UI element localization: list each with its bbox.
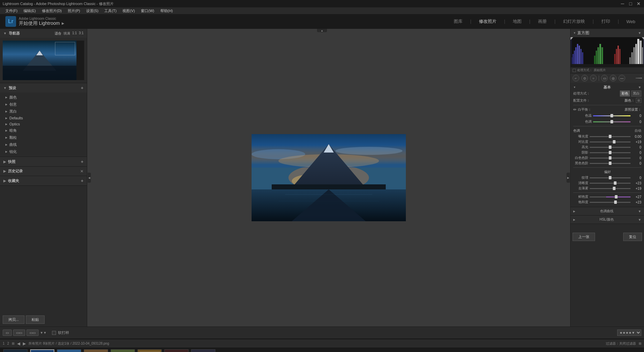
menu-view[interactable]: 视图(V): [120, 8, 138, 14]
view-before-after-2[interactable]: ▭▭: [26, 330, 39, 336]
preset-group-creative[interactable]: ▶ 创意: [0, 101, 87, 108]
page-2-btn[interactable]: 2: [7, 342, 9, 345]
top-panel-toggle[interactable]: ▲: [317, 29, 327, 32]
paste-button[interactable]: 粘贴: [26, 315, 45, 324]
menu-photo[interactable]: 照片(P): [65, 8, 83, 14]
module-library[interactable]: 图库: [450, 17, 466, 26]
redeye-tool[interactable]: ○: [590, 75, 597, 81]
film-thumb-5[interactable]: [111, 349, 135, 352]
preset-group-curves[interactable]: ▶ 曲线: [0, 141, 87, 148]
copy-button[interactable]: 拷贝...: [3, 315, 24, 324]
preset-group-bw[interactable]: ▶ 黑白: [0, 108, 87, 115]
zoom-fit[interactable]: 适合: [55, 31, 61, 36]
grad-filter-tool[interactable]: ▭: [601, 75, 608, 81]
crop-tool[interactable]: ⌐: [573, 75, 579, 81]
profile-browse[interactable]: ⊞: [636, 98, 641, 103]
film-thumb-1[interactable]: W: [3, 349, 28, 352]
presets-add-btn[interactable]: +: [81, 85, 84, 91]
preset-group-color[interactable]: ▶ 颜色: [0, 94, 87, 101]
navigator-header[interactable]: ▼ 导航器 适合 填满 1:1 3:1: [0, 29, 87, 38]
view-before-after-1[interactable]: ▭▭: [13, 330, 25, 336]
module-map[interactable]: 地图: [509, 17, 525, 26]
grid-view-btn[interactable]: ⊞: [12, 342, 14, 345]
temp-slider[interactable]: [593, 115, 631, 116]
right-panel-toggle[interactable]: ▶: [567, 173, 570, 183]
menu-tools[interactable]: 工具(T): [102, 8, 119, 14]
menu-file[interactable]: 文件(F): [3, 8, 20, 14]
film-thumb-3[interactable]: [57, 349, 81, 352]
film-thumb-4[interactable]: [84, 349, 108, 352]
svg-marker-1: [36, 51, 43, 55]
filmstrip-nav-right[interactable]: ▶: [23, 341, 26, 346]
wb-eyedropper[interactable]: ✏: [573, 107, 577, 112]
presets-header[interactable]: ▼ 预设 +: [0, 83, 87, 93]
shadows-slider[interactable]: [590, 152, 631, 153]
preset-group-optics[interactable]: ▶ Optics: [0, 121, 87, 127]
collections-add-btn[interactable]: +: [81, 178, 84, 183]
history-header[interactable]: ▶ 历史记录 ✕: [0, 167, 87, 176]
svg-rect-32: [601, 47, 603, 64]
highlights-slider[interactable]: [590, 147, 631, 148]
preset-group-grain[interactable]: ▶ 颗粒: [0, 134, 87, 141]
treatment-bw[interactable]: 黑白: [631, 91, 641, 97]
module-print[interactable]: 打印: [598, 17, 613, 26]
tint-slider[interactable]: [593, 121, 631, 122]
module-book[interactable]: 画册: [535, 17, 550, 26]
history-clear-btn[interactable]: ✕: [80, 169, 84, 174]
module-web[interactable]: Web: [623, 18, 639, 25]
film-thumb-8[interactable]: [191, 349, 215, 352]
menu-settings[interactable]: 设置(S): [84, 8, 101, 14]
menu-edit[interactable]: 编辑(E): [21, 8, 39, 14]
color-grading-section[interactable]: ▶ 色调曲线 ▼: [571, 207, 644, 216]
filter-toggle[interactable]: ⊞: [639, 342, 641, 345]
module-develop[interactable]: 修改照片: [476, 17, 500, 26]
prev-reset-area: 上一张 复位: [571, 231, 644, 243]
rating-select[interactable]: ★★★★▼: [617, 330, 641, 336]
snapshots-add-btn[interactable]: +: [81, 159, 84, 164]
texture-slider[interactable]: [590, 177, 631, 178]
saturation-slider[interactable]: [590, 202, 631, 203]
menu-develop[interactable]: 修改照片(D): [39, 8, 64, 14]
menu-help[interactable]: 帮助(H): [158, 8, 175, 14]
reset-button[interactable]: 复位: [623, 233, 642, 241]
snapshots-header[interactable]: ▶ 快照 +: [0, 157, 87, 166]
module-slideshow[interactable]: 幻灯片放映: [560, 17, 588, 26]
zoom-fill[interactable]: 填满: [63, 31, 70, 36]
zoom-1to1[interactable]: 1:1: [72, 31, 77, 36]
heal-tool[interactable]: ⊙: [581, 75, 588, 81]
preset-group-defaults[interactable]: ▶ Defaults: [0, 115, 87, 121]
menu-window[interactable]: 窗口(W): [138, 8, 157, 14]
histogram-header[interactable]: ▼ 直方图 ▼: [571, 29, 644, 37]
minimize-button[interactable]: ─: [620, 1, 625, 6]
rad-filter-tool[interactable]: ◎: [610, 75, 616, 81]
contrast-slider[interactable]: [590, 141, 631, 142]
film-thumb-7[interactable]: [164, 349, 189, 352]
auto-tone-btn[interactable]: 自动: [635, 128, 641, 133]
exposure-slider[interactable]: [590, 136, 631, 137]
maximize-button[interactable]: □: [628, 1, 633, 6]
treatment-color[interactable]: 彩色: [620, 91, 630, 97]
close-button[interactable]: ✕: [636, 1, 641, 6]
view-options[interactable]: ▼▼: [40, 331, 47, 335]
film-thumb-6[interactable]: [138, 349, 162, 352]
preset-group-sharpening[interactable]: ▶ 锐化: [0, 148, 87, 155]
blacks-slider[interactable]: [590, 163, 631, 164]
view-loupe[interactable]: ▭: [3, 330, 12, 336]
dehaze-slider[interactable]: [590, 188, 631, 189]
collections-header[interactable]: ▶ 收藏夹 +: [0, 176, 87, 185]
softproof-checkbox[interactable]: [52, 331, 56, 335]
page-1-btn[interactable]: 1: [3, 342, 5, 345]
film-thumb-2[interactable]: [30, 349, 54, 352]
prev-button[interactable]: 上一张: [573, 233, 595, 241]
whites-slider[interactable]: [590, 158, 631, 159]
zoom-3to1[interactable]: 3:1: [79, 31, 84, 36]
vibrance-slider[interactable]: [590, 196, 631, 197]
preset-group-vignette[interactable]: ▶ 暗角: [0, 127, 87, 134]
hsl-section[interactable]: ▶ HSL/颜色 ▼: [571, 216, 644, 224]
brush-tool[interactable]: —: [619, 75, 625, 81]
left-panel-toggle[interactable]: ◀: [88, 173, 91, 183]
filmstrip-nav-left[interactable]: ◀: [17, 341, 20, 346]
window-controls[interactable]: ─ □ ✕: [620, 1, 641, 6]
clarity-slider[interactable]: [590, 183, 631, 184]
softproof-area: 软打样: [49, 330, 72, 335]
